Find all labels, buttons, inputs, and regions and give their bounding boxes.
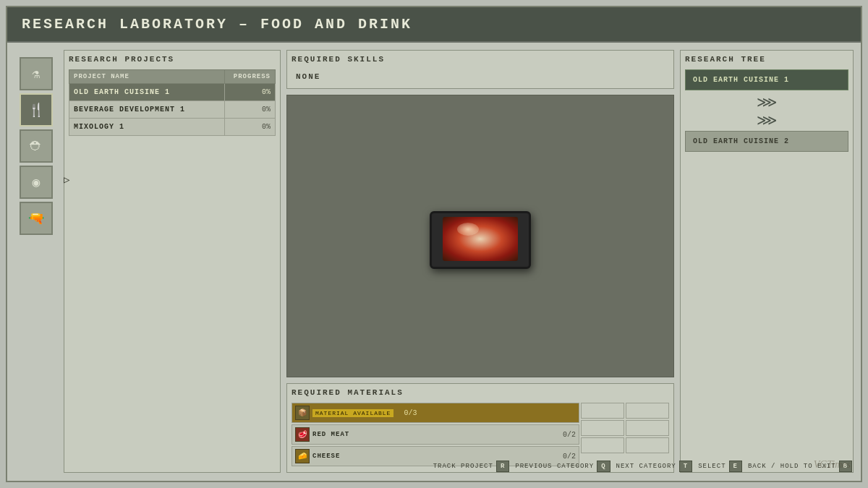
material-label: RED MEAT	[312, 431, 553, 438]
required-skills-title: REQUIRED SKILLS	[292, 55, 669, 65]
prev-category-btn[interactable]: PREVIOUS CATEGORY Q	[515, 461, 610, 472]
project-progress: 0%	[225, 84, 276, 101]
material-row: 📦 MATERIAL AVAILABLE 0/3	[292, 403, 579, 423]
material-row: 🥩 RED MEAT 0/2	[292, 424, 579, 445]
project-name: MIXOLOGY 1	[74, 123, 124, 131]
next-category-btn[interactable]: NEXT CATEGORY T	[616, 461, 693, 472]
sidebar-icon-helmet[interactable]: ⛑	[20, 129, 53, 163]
tray-shine	[457, 223, 479, 236]
table-row[interactable]: OLD EARTH CUISINE 1 0%	[69, 84, 276, 101]
col-project-name: PROJECT NAME	[69, 70, 225, 84]
select-key-badge: E	[729, 461, 742, 472]
required-materials-panel: REQUIRED MATERIALS 📦 MATERIAL AVAILABLE …	[286, 383, 674, 473]
sidebar-icon-flask[interactable]: ⚗	[20, 57, 53, 90]
material-count: 0/3	[396, 409, 417, 417]
material-icon-meat: 🥩	[295, 427, 310, 442]
tree-item-2[interactable]: OLD EARTH CUISINE 2	[685, 131, 848, 152]
bottom-bar: TRACK PROJECT R PREVIOUS CATEGORY Q NEXT…	[16, 461, 852, 472]
project-progress: 0%	[225, 101, 276, 119]
material-count: 0/2	[556, 431, 576, 439]
material-icon-box: 📦	[295, 406, 310, 420]
material-empty-col	[626, 420, 669, 436]
research-projects-panel: RESEARCH PROJECTS PROJECT NAME PROGRESS …	[64, 50, 281, 473]
prev-key-badge: Q	[597, 461, 610, 472]
material-empty-col	[581, 420, 624, 436]
tree-item-label: OLD EARTH CUISINE 1	[693, 76, 789, 84]
window-title: RESEARCH LABORATORY – FOOD AND DRINK	[22, 16, 412, 33]
select-btn[interactable]: SELECT E	[698, 461, 742, 472]
tree-arrow-icon: ⋙⋙	[685, 93, 848, 129]
select-label: SELECT	[698, 463, 726, 470]
track-key-badge: R	[496, 461, 509, 472]
projects-table: PROJECT NAME PROGRESS OLD EARTH CUISINE …	[69, 69, 276, 136]
material-empty-col	[581, 403, 624, 419]
next-category-label: NEXT CATEGORY	[616, 463, 676, 470]
required-materials-title: REQUIRED MATERIALS	[292, 388, 669, 398]
food-tray-illustration	[422, 200, 538, 273]
material-empty-col	[626, 403, 669, 419]
material-available-badge: MATERIAL AVAILABLE	[312, 409, 393, 417]
tray-food	[443, 217, 518, 261]
prev-category-label: PREVIOUS CATEGORY	[515, 463, 594, 470]
track-project-label: TRACK PROJECT	[433, 463, 493, 470]
track-project-btn[interactable]: TRACK PROJECT R	[433, 461, 510, 472]
next-key-badge: T	[679, 461, 692, 472]
required-skills-value: NONE	[292, 69, 669, 84]
research-tree-panel: RESEARCH TREE OLD EARTH CUISINE 1 ⋙⋙ OLD…	[680, 50, 854, 473]
main-content: ⚗ 🍴 ⛑ ◉ 🔫 RESEARCH PROJECTS PROJECT NAME…	[7, 43, 861, 480]
col-progress: PROGRESS	[225, 70, 276, 84]
material-empty-col	[626, 437, 669, 453]
sidebar-icon-gun[interactable]: 🔫	[20, 202, 53, 235]
sidebar-icon-globe[interactable]: ◉	[20, 166, 53, 199]
material-label: CHEESE	[312, 453, 553, 460]
project-progress: 0%	[225, 119, 276, 136]
table-row[interactable]: BEVERAGE DEVELOPMENT 1 0%	[69, 101, 276, 119]
research-tree-title: RESEARCH TREE	[685, 55, 848, 65]
research-projects-title: RESEARCH PROJECTS	[69, 55, 276, 65]
required-skills-panel: REQUIRED SKILLS NONE	[286, 50, 674, 89]
outer-frame: RESEARCH LABORATORY – FOOD AND DRINK ⚗ 🍴…	[6, 6, 862, 482]
project-name: OLD EARTH CUISINE 1	[74, 88, 170, 96]
tray-body	[430, 211, 531, 269]
project-name: BEVERAGE DEVELOPMENT 1	[74, 106, 185, 114]
sidebar-icons: ⚗ 🍴 ⛑ ◉ 🔫	[14, 50, 58, 473]
top-bar: RESEARCH LABORATORY – FOOD AND DRINK	[7, 7, 861, 43]
item-preview-panel	[286, 95, 674, 377]
sidebar-icon-food[interactable]: 🍴	[20, 93, 53, 127]
tree-item-label: OLD EARTH CUISINE 2	[693, 137, 789, 145]
material-count: 0/2	[556, 453, 576, 461]
tree-item-1[interactable]: OLD EARTH CUISINE 1	[685, 69, 848, 90]
material-empty-col	[581, 437, 624, 453]
middle-content: REQUIRED SKILLS NONE REQUIRED MATERIALS	[286, 50, 674, 473]
table-row[interactable]: MIXOLOGY 1 0%	[69, 119, 276, 136]
watermark: VGTimes	[814, 459, 851, 471]
